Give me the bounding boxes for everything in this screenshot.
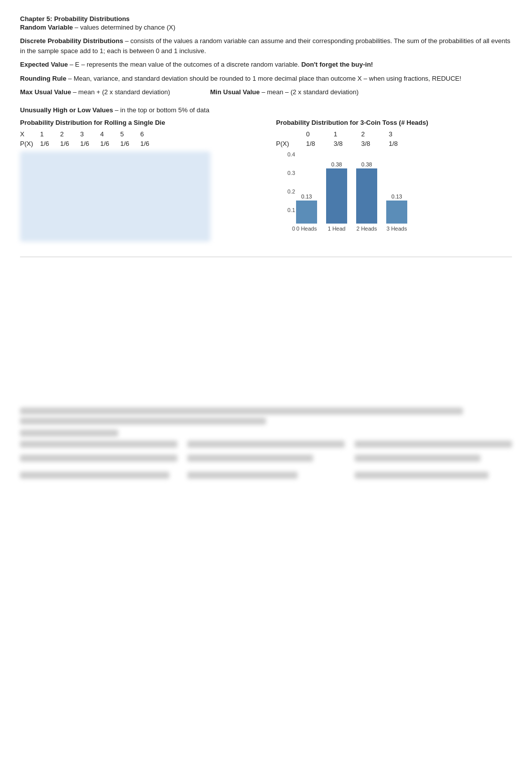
die-v1: 1/6 (40, 139, 60, 148)
blurred-grid-7 (20, 472, 169, 479)
bar-3-heads-rect (386, 201, 407, 224)
bar-0-heads: 0.13 0 Heads (296, 161, 317, 232)
y-00: 0 (292, 226, 295, 232)
coin-h2: 2 (361, 129, 389, 139)
blurred-grid-1 (20, 441, 177, 448)
subtitle-text: – values determined by chance (X) (73, 24, 175, 31)
expected-bold2: Don't forget the buy-in! (301, 61, 373, 68)
y-04: 0.4 (288, 151, 295, 157)
expected-text: – E – represents the mean value of the o… (68, 61, 301, 68)
unusual-bold: Unusually High or Low Values (20, 106, 113, 114)
blurred-grid-8 (187, 472, 298, 479)
bar-3-heads-val: 0.13 (391, 193, 402, 200)
coin-dist-title: Probability Distribution for 3-Coin Toss… (276, 119, 512, 126)
bottom-blurred-section (20, 257, 512, 482)
coin-empty-header (276, 129, 306, 139)
coin-h3: 3 (389, 129, 416, 139)
die-h4: 4 (100, 129, 120, 139)
die-px-label: P(X) (20, 139, 40, 148)
coin-h1: 1 (334, 129, 361, 139)
blurred-line-3 (20, 430, 118, 437)
blurred-grid-4 (20, 455, 177, 462)
bar-3-heads-label: 3 Heads (387, 226, 407, 232)
bar-1-head-label: 1 Head (328, 226, 345, 232)
subtitle-bold: Random Variable (20, 24, 73, 31)
discrete-bold: Discrete Probability Distributions (20, 37, 123, 45)
die-prob-table: X 1 2 3 4 5 6 P(X) 1/6 1/6 1/6 1/6 1/6 1… (20, 129, 256, 148)
die-distribution: Probability Distribution for Rolling a S… (20, 119, 256, 242)
die-x-header: X (20, 129, 40, 139)
coin-prob-table: 0 1 2 3 P(X) 1/8 3/8 3/8 1/8 (276, 129, 512, 148)
blurred-grid-5 (187, 455, 313, 462)
rounding-bold: Rounding Rule (20, 75, 66, 82)
bar-3-heads: 0.13 3 Heads (386, 161, 407, 232)
coin-chart: 0.4 0.3 0.2 0.1 0 0.13 0 Heads 0.38 1 He… (276, 151, 446, 232)
die-dist-title: Probability Distribution for Rolling a S… (20, 119, 256, 126)
die-h1: 1 (40, 129, 60, 139)
unusual-para: Unusually High or Low Values – in the to… (20, 105, 512, 115)
die-h6: 6 (140, 129, 160, 139)
bar-0-heads-val: 0.13 (301, 193, 312, 200)
coin-px-label: P(X) (276, 139, 306, 148)
coin-px3: 1/8 (389, 139, 416, 148)
chapter-title: Chapter 5: Probability Distributions (20, 15, 512, 23)
bar-1-head-rect (326, 168, 347, 224)
coin-px1: 3/8 (334, 139, 361, 148)
usual-values-row: Max Usual Value – mean + (2 x standard d… (20, 87, 512, 101)
coin-chart-area: 0.4 0.3 0.2 0.1 0 0.13 0 Heads 0.38 1 He… (276, 151, 446, 232)
blurred-line-1 (20, 408, 463, 415)
bar-0-heads-label: 0 Heads (297, 226, 317, 232)
coin-distribution: Probability Distribution for 3-Coin Toss… (276, 119, 512, 232)
blurred-grid-9 (355, 472, 488, 479)
bar-0-heads-rect (296, 201, 317, 224)
distributions-row: Probability Distribution for Rolling a S… (20, 119, 512, 242)
die-h3: 3 (80, 129, 100, 139)
unusual-text: – in the top or bottom 5% of data (113, 106, 209, 114)
blurred-grid-6 (355, 455, 480, 462)
die-chart-blurred (20, 151, 210, 242)
min-usual-text: – mean – (2 x standard deviation) (260, 88, 359, 96)
coin-px2: 3/8 (361, 139, 389, 148)
die-v5: 1/6 (120, 139, 140, 148)
bar-1-head: 0.38 1 Head (326, 161, 347, 232)
die-h5: 5 (120, 129, 140, 139)
die-v6: 1/6 (140, 139, 160, 148)
bottom-blurred-content (20, 408, 512, 482)
bar-1-head-val: 0.38 (331, 161, 342, 167)
coin-h0: 0 (306, 129, 334, 139)
bar-2-heads-rect (356, 168, 377, 224)
max-usual-text: – mean + (2 x standard deviation) (71, 88, 170, 96)
blurred-grid-3 (355, 441, 512, 448)
expected-bold: Expected Value (20, 61, 68, 68)
min-usual: Min Usual Value – mean – (2 x standard d… (210, 87, 359, 97)
y-01: 0.1 (288, 207, 295, 213)
y-02: 0.2 (288, 188, 295, 194)
blurred-grid-2 (187, 441, 345, 448)
max-usual-bold: Max Usual Value (20, 88, 71, 96)
rounding-para: Rounding Rule – Mean, variance, and stan… (20, 74, 512, 84)
y-03: 0.3 (288, 170, 295, 176)
coin-y-axis: 0.4 0.3 0.2 0.1 0 (276, 151, 295, 232)
die-v2: 1/6 (60, 139, 80, 148)
die-v4: 1/6 (100, 139, 120, 148)
rounding-text: – Mean, variance, and standard deviation… (66, 75, 461, 82)
min-usual-bold: Min Usual Value (210, 88, 260, 96)
bar-2-heads: 0.38 2 Heads (356, 161, 377, 232)
expected-para: Expected Value – E – represents the mean… (20, 60, 512, 70)
die-v3: 1/6 (80, 139, 100, 148)
bar-2-heads-label: 2 Heads (357, 226, 377, 232)
die-h2: 2 (60, 129, 80, 139)
blurred-line-2 (20, 418, 266, 425)
coin-px0: 1/8 (306, 139, 334, 148)
max-usual: Max Usual Value – mean + (2 x standard d… (20, 87, 170, 97)
bar-2-heads-val: 0.38 (361, 161, 372, 167)
discrete-para: Discrete Probability Distributions – con… (20, 36, 512, 56)
bottom-blurred-grid (20, 441, 512, 482)
subtitle: Random Variable – values determined by c… (20, 24, 512, 31)
